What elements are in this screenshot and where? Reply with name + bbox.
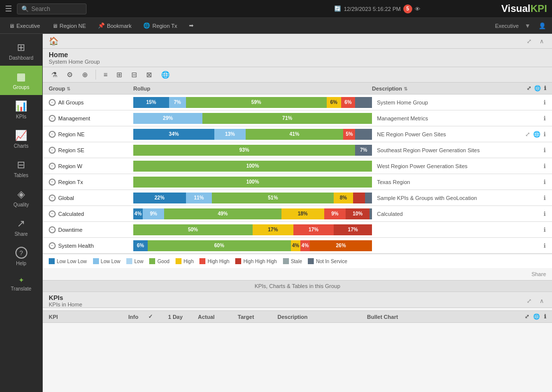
kpi-col-description: Description [277, 314, 367, 320]
eye-icon[interactable]: 👁 [415, 6, 420, 12]
table-row[interactable]: − Management29%71%Management Metricsℹ [43, 110, 552, 126]
group-collapse-icon[interactable]: − [49, 147, 56, 154]
legend-item: High High High [235, 258, 276, 264]
row-info-icon[interactable]: ℹ [544, 99, 546, 106]
geo-view-button[interactable]: 🌐 [159, 69, 172, 80]
row-info-icon[interactable]: ℹ [544, 195, 546, 201]
table-row[interactable]: − Region Tx100%Texas Regionℹ [43, 174, 552, 190]
group-collapse-icon[interactable]: − [49, 99, 56, 106]
row-info-icon[interactable]: ℹ [544, 226, 546, 233]
table-row[interactable]: − Region W100%West Region Power Generati… [43, 158, 552, 174]
kpis-section-header: KPIs KPIs in Home ⤢ ∧ [43, 292, 552, 308]
action-info-icon[interactable]: ℹ [544, 85, 546, 92]
group-collapse-icon[interactable]: − [49, 242, 56, 249]
bar-segment: 41% [246, 129, 344, 140]
sidebar-label-charts: Charts [14, 143, 28, 149]
group-collapse-icon[interactable]: − [49, 195, 56, 201]
sidebar-item-dashboard[interactable]: ⊞ Dashboard [0, 36, 42, 66]
table-row[interactable]: − Global22%11%51%8%Sample KPIs & Groups … [43, 190, 552, 206]
share-icon: ↗ [17, 217, 25, 229]
tab-executive[interactable]: 🖥 Executive [4, 21, 45, 31]
collapse-button[interactable]: ∧ [538, 37, 546, 46]
legend-item: Low [126, 258, 143, 264]
tab-bookmark[interactable]: 📌 Bookmark [93, 20, 137, 31]
bar-segment: 4% [300, 240, 310, 251]
table-row[interactable]: − System Health6%60%4%4%26%ℹ [43, 238, 552, 254]
bar-segment: 93% [133, 145, 355, 156]
sidebar-item-help[interactable]: ? Help [0, 242, 42, 271]
kpi-link-icon[interactable]: ⤢ [525, 313, 529, 320]
sidebar-item-groups[interactable]: ▦ Groups [0, 66, 42, 95]
legend-label: Not In Service [316, 259, 347, 264]
group-collapse-icon[interactable]: − [49, 163, 56, 170]
col-header-desc[interactable]: Description ⇅ [372, 86, 506, 92]
home-icon[interactable]: 🏠 [49, 36, 59, 46]
row-info-icon[interactable]: ℹ [544, 147, 546, 154]
tab-region-ne[interactable]: 🖥 Region NE [47, 21, 91, 31]
settings-button[interactable]: ⚙ [64, 69, 76, 80]
tab-region-ne-icon: 🖥 [52, 23, 58, 29]
row-info-icon[interactable]: ℹ [544, 179, 546, 186]
sidebar-item-kpis[interactable]: 📊 KPIs [0, 95, 42, 124]
table-row[interactable]: − Downtime50%17%17%17%ℹ [43, 222, 552, 238]
row-info-icon[interactable]: ℹ [544, 210, 546, 217]
row-link-icon[interactable]: ⤢ [525, 131, 530, 138]
layout-button[interactable]: ⊕ [80, 69, 91, 80]
block-view-button[interactable]: ⊠ [144, 69, 155, 80]
rollup-bar: 50%17%17%17% [133, 224, 372, 235]
filter-button[interactable]: ⚗ [49, 69, 60, 80]
row-info-icon[interactable]: ℹ [544, 131, 546, 138]
sidebar-item-translate[interactable]: ✦ Translate [0, 271, 42, 296]
datetime-display: 12/29/2023 5:16:22 PM [344, 6, 400, 12]
group-collapse-icon[interactable]: − [49, 226, 56, 233]
table-row[interactable]: − Calculated4%9%49%18%9%10%Calculatedℹ [43, 206, 552, 222]
legend: Low Low LowLow LowLowGoodHighHigh HighHi… [43, 254, 552, 268]
kpis-expand-button[interactable]: ⤢ [525, 296, 534, 305]
legend-label: Low Low Low [57, 259, 87, 264]
grid-view-button[interactable]: ⊞ [114, 69, 125, 80]
sidebar-item-tables[interactable]: ⊟ Tables [0, 154, 42, 183]
sidebar-item-charts[interactable]: 📈 Charts [0, 124, 42, 154]
action-geo-icon[interactable]: 🌐 [534, 85, 541, 92]
action-link-icon[interactable]: ⤢ [527, 85, 531, 92]
kpi-col-bullet-chart: Bullet Chart [367, 314, 398, 320]
table-row[interactable]: − All Groups15%7%59%6%6%System Home Grou… [43, 95, 552, 110]
row-geo-icon[interactable]: 🌐 [533, 131, 541, 138]
bar-segment: 9% [324, 208, 346, 219]
tab-region-tx[interactable]: 🌐 Region Tx [138, 20, 182, 31]
row-info-icon[interactable]: ℹ [544, 115, 546, 122]
bar-segment: 26% [310, 240, 372, 251]
list-view-button[interactable]: ≡ [101, 69, 110, 80]
row-info-icon[interactable]: ℹ [544, 242, 546, 249]
tile-view-button[interactable]: ⊟ [129, 69, 140, 80]
sidebar-item-share[interactable]: ↗ Share [0, 212, 42, 242]
kpis-collapse-button[interactable]: ∧ [538, 296, 546, 305]
kpi-col-kpi: KPI [49, 314, 128, 320]
group-collapse-icon[interactable]: − [49, 115, 56, 122]
group-collapse-icon[interactable]: − [49, 179, 56, 186]
hamburger-menu[interactable]: ☰ [5, 4, 12, 13]
group-collapse-icon[interactable]: − [49, 131, 56, 138]
search-box[interactable]: 🔍 Search [17, 3, 87, 14]
refresh-icon[interactable]: 🔄 [334, 5, 341, 12]
table-row[interactable]: − Region NE34%13%41%5%NE Region Power Ge… [43, 126, 552, 142]
kpi-geo-icon[interactable]: 🌐 [533, 313, 540, 320]
group-name-cell: − System Health [49, 242, 133, 249]
row-actions: ℹ [506, 115, 546, 122]
user-menu-button[interactable]: ▼ [523, 21, 533, 30]
tab-more[interactable]: ➡ [184, 20, 198, 31]
legend-label: Low Low [101, 259, 120, 264]
expand-button[interactable]: ⤢ [525, 37, 534, 46]
user-settings-button[interactable]: 👤 [537, 21, 548, 30]
row-info-icon[interactable]: ℹ [544, 163, 546, 170]
group-collapse-icon[interactable]: − [49, 210, 56, 217]
bar-segment: 4% [291, 240, 300, 251]
sidebar-item-quality[interactable]: ◈ Quality [0, 183, 42, 212]
bar-segment: 51% [212, 193, 334, 203]
share-label[interactable]: Share [532, 271, 546, 277]
alert-badge[interactable]: 5 [403, 4, 412, 13]
table-row[interactable]: − Region SE93%7%Southeast Region Power G… [43, 142, 552, 158]
group-desc-cell: Calculated [372, 211, 506, 217]
col-header-group[interactable]: Group ⇅ [49, 86, 133, 92]
kpi-info-icon[interactable]: ℹ [544, 313, 546, 320]
